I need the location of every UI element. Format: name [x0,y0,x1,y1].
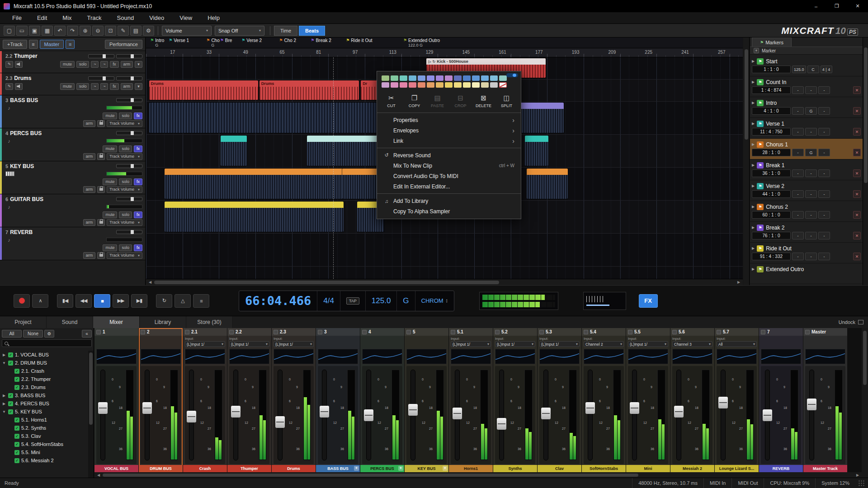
close-button[interactable]: ✕ [847,0,868,12]
marker-item-verse-1[interactable]: ▶⚑Verse 111 : 4 : 750---✕ [750,118,863,139]
delete-marker-button[interactable]: ✕ [853,211,861,219]
color-swatch[interactable] [391,82,398,88]
timeline-ruler[interactable]: 1733496581971131291451611771932092252412… [146,48,743,57]
marker-signature-field[interactable]: - [818,128,830,136]
fader-handle[interactable] [763,409,772,421]
menu-item-properties[interactable]: Properties› [377,115,521,125]
add-send-icon[interactable]: + [354,466,359,471]
marker-position[interactable]: 4 : 1 : 0 [752,107,791,115]
mixer-channel-5-1[interactable]: 5.1Input:(L)Input 1/▾06129182736Horns1 [449,328,493,472]
mixer-channel-7[interactable]: 706129182736REVERB [759,328,803,472]
marker-signature-field[interactable]: - [818,86,830,94]
menu-item-link[interactable]: Link› [377,136,521,146]
channel-fader[interactable] [278,370,283,460]
channel-eq-display[interactable] [185,349,225,364]
solo-button[interactable]: solo [119,244,132,251]
marker-signature-field[interactable]: - [818,190,830,198]
menu-item-reverse-sound[interactable]: ↺Reverse Sound [377,150,521,160]
mixer-channel-2[interactable]: 206129182736DRUM BUS [139,328,183,472]
color-swatch[interactable] [445,82,453,88]
collapse-track-icon[interactable]: ▾ [135,83,142,90]
mixer-channel-1[interactable]: 106129182736VOCAL BUS [94,328,138,472]
pencil-icon[interactable]: ✎ [5,83,13,90]
tree-item-1-vocal-bus[interactable]: ▶✓1. VOCAL BUS [0,351,88,359]
channel-fader[interactable] [410,370,415,460]
select-all-button[interactable]: All [2,330,22,338]
channel-eq-display[interactable] [274,349,314,364]
channel-name-label[interactable]: Mini [626,465,670,472]
mute-button[interactable]: mute [103,244,117,251]
track-volume-slider[interactable] [116,131,142,135]
mixer-channel-5-5[interactable]: 5.5Input:(L)Input 1/▾06129182736Mini [626,328,670,472]
clip-audio[interactable] [165,169,344,199]
channel-eq-display[interactable] [229,349,269,364]
arm-button[interactable]: arm [83,186,96,193]
marker-key-field[interactable]: - [805,190,817,198]
track-volume-slider[interactable] [88,54,114,58]
marker-position[interactable]: 11 : 4 : 750 [752,128,791,136]
channel-eq-display[interactable] [362,349,402,364]
marker-play-icon[interactable]: ▶ [752,205,755,209]
timeline-marker-intro[interactable]: ⚑IntroG [150,38,164,48]
mute-button[interactable]: mute [103,145,117,152]
channel-fader[interactable] [100,370,105,460]
marker-tempo-field[interactable]: 125.0 [792,66,806,73]
channel-eq-display[interactable] [406,349,447,364]
menu-item-sound[interactable]: Sound [109,12,142,23]
lock-icon[interactable] [97,219,105,226]
markers-tab[interactable]: ⚑Markers [752,38,792,47]
channel-input-select[interactable]: (L)Input 1/▾ [451,341,491,347]
tab-sound[interactable]: Sound [47,316,93,328]
timeline-marker-verse-2[interactable]: ⚑Verse 2 [241,38,262,43]
marker-item-break-1[interactable]: ▶⚑Break 136 : 1 : 0---✕ [750,160,863,180]
save-as-icon[interactable]: ▦ [42,26,53,36]
scroll-left-icon[interactable]: ◀ [95,473,102,477]
mute-button[interactable]: mute [103,211,117,218]
expand-icon[interactable]: ▶ [2,394,6,398]
gear-icon[interactable]: ⚙ [44,330,54,338]
mixer-channel-2-2[interactable]: 2.2Input:(L)Input 1/▾06129182736Thumper [227,328,271,472]
channel-fader[interactable] [765,370,770,460]
menu-item-envelopes[interactable]: Envelopes› [377,125,521,136]
channel-eq-display[interactable] [805,349,845,364]
volume-envelope-icon[interactable]: ~ [91,61,99,68]
channel-eq-display[interactable] [318,349,358,364]
expand-icon[interactable]: ▶ [2,353,6,357]
channel-eq-display[interactable] [96,349,137,364]
marker-signature-field[interactable]: - [818,232,830,239]
channel-name-label[interactable]: DRUM BUS [139,465,183,472]
tree-item-5-1-horns1[interactable]: ✓5.1. Horns1 [0,416,88,424]
new-project-icon[interactable]: ▢ [4,26,15,36]
collapse-sidebar-icon[interactable]: « [82,330,92,338]
maximize-button[interactable]: ❐ [826,0,847,12]
rewind-button[interactable]: ◀◀ [75,294,92,308]
fader-handle[interactable] [807,399,816,410]
channel-name-label[interactable]: PERCS BUS+ [360,465,404,472]
channel-fader[interactable] [588,370,593,460]
channel-name-label[interactable]: Thumper [227,465,271,472]
sidebar-scrollbar[interactable] [88,351,94,478]
zoom-in-icon[interactable]: ⊕ [80,26,91,36]
marker-key-field[interactable]: - [805,169,817,177]
arm-button[interactable]: arm [83,120,96,127]
delete-marker-button[interactable]: ✕ [853,232,861,239]
marker-tempo-field[interactable]: - [792,149,804,156]
tree-item-5-4-softhornstabs[interactable]: ✓5.4. SoftHornStabs [0,440,88,448]
track-header-bass-bus[interactable]: 3BASS BUS♪mutesolofxarmTrack Volume▾ [0,95,145,128]
color-swatch[interactable] [400,75,407,81]
redo-icon[interactable]: ↷ [67,26,78,36]
arm-button[interactable]: arm [121,83,133,90]
delete-marker-button[interactable]: ✕ [853,253,861,260]
channel-fader[interactable] [322,370,327,460]
channel-name-label[interactable]: Messiah 2 [670,465,714,472]
collapse-track-icon[interactable]: ▾ [135,61,142,68]
channel-eq-display[interactable] [628,349,668,364]
track-visible-checkbox[interactable]: ✓ [14,434,19,439]
mix-tool-icon[interactable]: ▤ [130,26,142,36]
add-send-icon[interactable]: + [398,466,403,471]
color-swatch[interactable] [499,75,507,81]
scrollbar-thumb[interactable] [864,47,868,183]
track-header-guitar-bus[interactable]: 6GUITAR BUS♪mutesolofxarmTrack Volume▾ [0,194,145,227]
channel-name-label[interactable]: SoftHornStabs [582,465,626,472]
channel-name-label[interactable]: Crash [183,465,227,472]
